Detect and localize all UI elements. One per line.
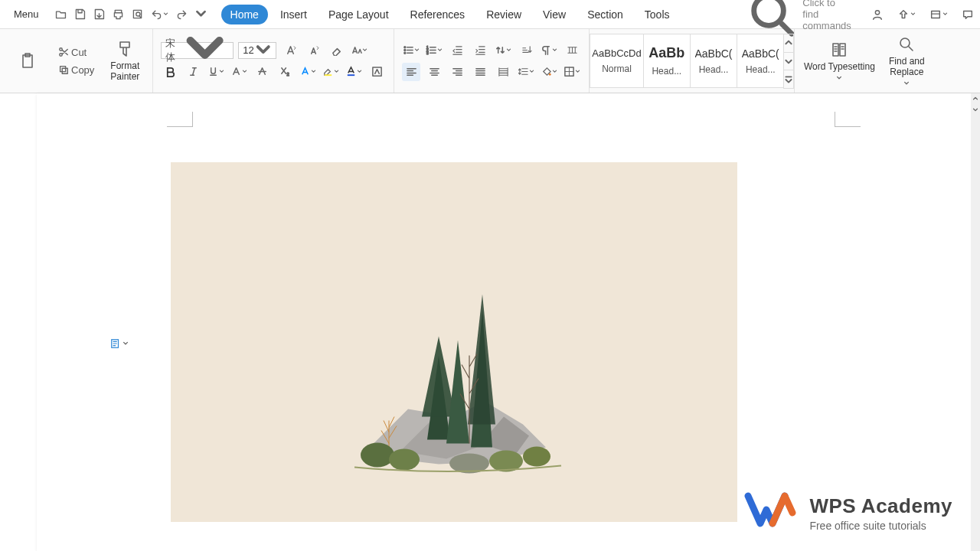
find-replace-button[interactable]: Find and Replace [884, 34, 929, 88]
bold-button[interactable] [161, 63, 179, 81]
outdent-icon [452, 44, 463, 56]
user-icon[interactable] [871, 8, 884, 21]
svg-rect-2 [932, 11, 940, 18]
shading-button[interactable] [540, 63, 558, 81]
text-effect-icon [299, 66, 311, 77]
document-page[interactable]: WPS Academy Free office suite tutorials [37, 93, 980, 551]
svg-rect-22 [840, 44, 845, 56]
borders-button[interactable] [563, 63, 581, 81]
format-painter-button[interactable]: Format Painter [105, 34, 145, 88]
scroll-down-button[interactable] [971, 104, 980, 115]
save-as-icon[interactable] [93, 8, 106, 21]
anchor-handle[interactable] [110, 338, 129, 349]
tab-insert[interactable]: Insert [271, 5, 316, 24]
chevron-down-icon [437, 47, 443, 53]
chevron-down-icon [163, 11, 168, 17]
style-preview: AaBbC( [742, 47, 779, 60]
justify-icon [475, 66, 486, 77]
strikethrough-button[interactable] [253, 63, 271, 81]
tab-view[interactable]: View [534, 5, 575, 24]
underline-button[interactable] [207, 63, 225, 81]
bullets-button[interactable] [402, 41, 420, 60]
brush-icon [116, 40, 134, 58]
copy-button[interactable]: Copy [55, 63, 97, 77]
vertical-scrollbar[interactable] [971, 93, 980, 551]
highlight-button[interactable] [322, 63, 340, 81]
menu-label: Menu [14, 8, 39, 20]
print-icon[interactable] [112, 8, 125, 21]
chevron-down-icon [362, 47, 368, 53]
italic-button[interactable] [184, 63, 202, 81]
numbering-button[interactable]: 123 [425, 41, 443, 60]
font-name-select[interactable]: 宋体 [161, 42, 234, 59]
cut-button[interactable]: Cut [55, 45, 97, 60]
text-direction-button[interactable] [494, 41, 512, 60]
word-typesetting-button[interactable]: Word Typesetting [802, 34, 876, 88]
distributed-button[interactable] [494, 63, 512, 81]
gallery-scroll-down[interactable] [783, 52, 794, 71]
inserted-image[interactable] [171, 162, 737, 522]
grow-font-button[interactable] [281, 41, 299, 60]
clear-formatting-button[interactable] [327, 41, 345, 60]
share-button[interactable] [897, 8, 916, 21]
tab-page-layout[interactable]: Page Layout [319, 5, 398, 24]
tab-review[interactable]: Review [477, 5, 531, 24]
line-spacing-button[interactable] [517, 63, 535, 81]
bucket-icon [541, 66, 552, 77]
tab-tools[interactable]: Tools [635, 5, 679, 24]
tab-home[interactable]: Home [221, 5, 268, 24]
style-heading3[interactable]: AaBbC( Head... [737, 34, 784, 88]
shrink-font-button[interactable] [304, 41, 322, 60]
style-label: Head... [699, 64, 729, 75]
chevron-up-icon [784, 38, 793, 47]
align-right-button[interactable] [448, 63, 466, 81]
save-icon[interactable] [74, 8, 87, 21]
font-size-select[interactable]: 12 [238, 42, 276, 59]
justify-button[interactable] [471, 63, 489, 81]
qat-more-icon[interactable] [194, 8, 207, 21]
align-right-icon [452, 66, 463, 77]
style-normal[interactable]: AaBbCcDd Normal [590, 34, 643, 88]
text-effects-button[interactable] [299, 63, 317, 81]
font-color-button[interactable] [345, 63, 363, 81]
strikethrough-icon [256, 66, 268, 77]
subscript-button[interactable]: 2 [276, 63, 294, 81]
window-options-button[interactable] [929, 8, 948, 21]
svg-rect-21 [833, 44, 838, 56]
svg-point-15 [404, 52, 406, 54]
cut-label: Cut [71, 47, 87, 58]
gallery-scroll-up[interactable] [783, 34, 794, 53]
menu-dropdown[interactable]: Menu [6, 6, 47, 22]
tabs-button[interactable] [563, 41, 581, 60]
style-heading2[interactable]: AaBbC( Head... [690, 34, 737, 88]
font-color-outline-button[interactable] [230, 63, 248, 81]
gallery-expand[interactable] [783, 70, 794, 89]
font-name-value: 宋体 [165, 37, 181, 64]
highlight-icon [322, 66, 334, 77]
change-case-button[interactable] [350, 41, 368, 60]
increase-indent-button[interactable] [471, 41, 489, 60]
open-icon[interactable] [54, 8, 67, 21]
undo-button[interactable] [150, 8, 169, 21]
tab-section[interactable]: Section [578, 5, 632, 24]
character-border-button[interactable] [368, 63, 386, 81]
show-marks-button[interactable] [540, 41, 558, 60]
paste-icon [18, 52, 37, 70]
style-heading1[interactable]: AaBb Head... [643, 34, 691, 88]
align-center-button[interactable] [425, 63, 443, 81]
tab-references[interactable]: References [401, 5, 475, 24]
print-preview-icon[interactable] [131, 8, 144, 21]
redo-icon[interactable] [175, 8, 188, 21]
align-left-button[interactable] [402, 63, 420, 81]
svg-point-14 [404, 50, 406, 51]
chevron-down-icon [575, 69, 580, 74]
tab-stop-icon [567, 44, 578, 56]
decrease-indent-button[interactable] [448, 41, 466, 60]
bold-icon [165, 66, 176, 77]
subscript-icon: 2 [279, 66, 291, 77]
scroll-up-button[interactable] [971, 93, 980, 104]
svg-point-0 [753, 0, 783, 26]
sort-button[interactable] [517, 41, 535, 60]
paste-button[interactable] [8, 34, 47, 88]
comment-icon[interactable] [962, 8, 974, 21]
